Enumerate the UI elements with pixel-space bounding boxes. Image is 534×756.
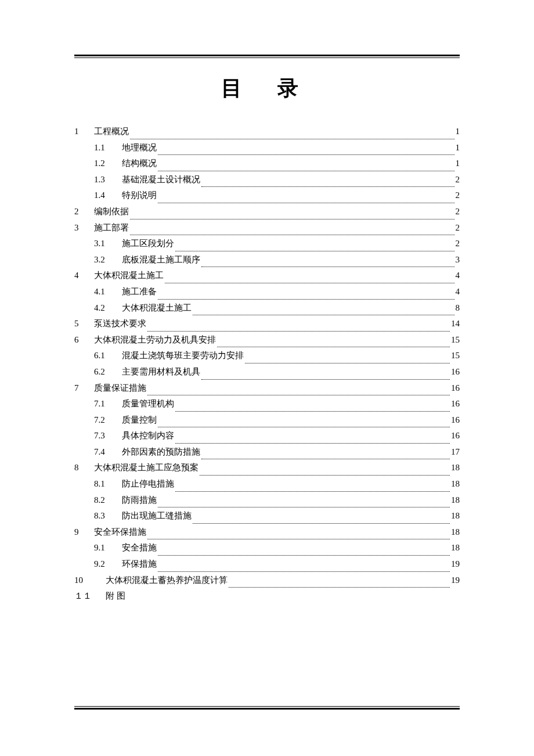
toc-title: 目 录 [74,74,460,103]
toc-heading: 混凝土浇筑每班主要劳动力安排 [122,351,244,360]
toc-heading: 施工部署 [94,224,129,232]
toc-leader [158,154,454,155]
toc-entry: 1.4特别说明2 [74,191,460,207]
toc-heading: 施工区段划分 [122,239,174,248]
toc-page: 18 [451,528,460,537]
toc-leader [158,203,454,203]
toc-heading: 外部因素的预防措施 [122,448,200,456]
toc-entry: 7.2质量控制16 [74,416,460,432]
toc-heading: 工程概况 [94,127,129,136]
toc-subnumber: 3.1 [94,239,122,248]
toc-entry: 1.2结构概况1 [74,159,460,175]
toc-subnumber: 8.2 [94,496,122,505]
toc-entry: 4.1施工准备4 [74,287,460,304]
toc-leader [165,283,454,283]
toc-heading: 编制依据 [94,207,129,216]
toc-heading: 底板混凝土施工顺序 [122,255,200,264]
toc-entry: 6.1混凝土浇筑每班主要劳动力安排15 [74,351,460,368]
toc-page: 18 [451,480,460,488]
toc-heading: 大体积混凝土蓄热养护温度计算 [106,576,228,585]
toc-heading: 施工准备 [122,287,157,296]
toc-leader [175,411,450,412]
toc-heading: 环保措施 [122,560,157,568]
toc-entry: 9安全环保措施18 [74,528,460,544]
toc-page: 19 [451,576,460,585]
toc-heading: 安全措施 [122,543,157,552]
toc-entry: 3.2底板混凝土施工顺序3 [74,255,460,272]
bottom-rule [74,706,460,710]
toc-number: 10 [74,576,94,585]
toc-page: 4 [456,271,460,280]
toc-page: 19 [451,560,460,568]
toc-page: 18 [451,543,460,552]
toc-page: 2 [456,239,460,248]
toc-entry: 5泵送技术要求14 [74,319,460,336]
toc-number: 3 [74,224,94,232]
toc-leader [130,139,454,139]
toc-subnumber: 3.2 [94,255,122,264]
toc-entry: 4大体积混凝土施工4 [74,271,460,287]
toc-leader [201,267,454,267]
toc-leader [158,571,450,572]
toc-entry: 6.2主要需用材料及机具16 [74,368,460,384]
toc-number: 2 [74,207,94,216]
toc-entry: 8.1防止停电措施18 [74,480,460,496]
toc-heading: 特别说明 [122,191,157,200]
toc-leader [217,347,450,347]
toc-entry: 3施工部署2 [74,224,460,240]
toc-leader [201,459,450,459]
toc-heading: 质量管理机构 [122,399,174,408]
toc-leader [147,395,450,395]
toc-page: 18 [451,512,460,520]
toc-heading: 具体控制内容 [122,431,174,440]
toc-subnumber: 1.4 [94,191,122,200]
toc-leader [201,379,450,380]
toc-leader [158,555,450,556]
toc-number: 8 [74,463,94,472]
toc-heading: 防雨措施 [122,496,157,505]
toc-page: 1 [456,159,460,168]
toc-subnumber: 8.1 [94,480,122,488]
toc-leader [130,219,454,219]
toc-subnumber: 7.1 [94,399,122,408]
toc-entry: 3.1施工区段划分2 [74,239,460,255]
toc-page: 18 [451,463,460,472]
toc-leader [175,251,454,251]
toc-heading: 泵送技术要求 [94,319,146,328]
toc-leader [201,186,454,187]
toc-heading: 地理概况 [122,143,157,152]
toc-subnumber: 1.2 [94,159,122,168]
toc-leader [158,427,450,427]
toc-leader [158,299,454,300]
toc-leader [193,523,450,524]
toc-subnumber: 1.1 [94,143,122,152]
toc-leader [200,475,450,476]
toc-heading: 附 图 [106,592,125,600]
toc-number: 4 [74,271,94,280]
toc-leader [245,363,450,363]
toc-entry: 7.3具体控制内容16 [74,431,460,448]
toc-entry: 1工程概况1 [74,127,460,143]
toc-entry: 8大体积混凝土施工应急预案18 [74,463,460,480]
toc-subnumber: 9.2 [94,560,122,568]
toc-page: 18 [451,496,460,505]
toc-subnumber: 6.1 [94,351,122,360]
toc-page: 3 [456,255,460,264]
toc-subnumber: 7.4 [94,448,122,456]
toc-heading: 质量保证措施 [94,384,146,393]
toc-subnumber: 4.1 [94,287,122,296]
toc-entry: 1.1地理概况1 [74,143,460,160]
toc-entry: 10大体积混凝土蓄热养护温度计算19 [74,576,460,592]
toc-page: 4 [456,287,460,296]
toc-page: 16 [451,399,460,408]
toc-leader [130,235,454,235]
toc-entry: 6大体积混凝土劳动力及机具安排15 [74,336,460,352]
toc-leader [147,331,450,332]
toc-page: 2 [456,191,460,200]
toc-heading: 防出现施工缝措施 [122,512,192,520]
toc-page: 1 [456,127,460,136]
toc-leader [175,491,450,492]
toc-entry: 8.3防出现施工缝措施18 [74,512,460,528]
toc-heading: 大体积混凝土施工 [94,271,164,280]
toc-subnumber: 8.3 [94,512,122,520]
